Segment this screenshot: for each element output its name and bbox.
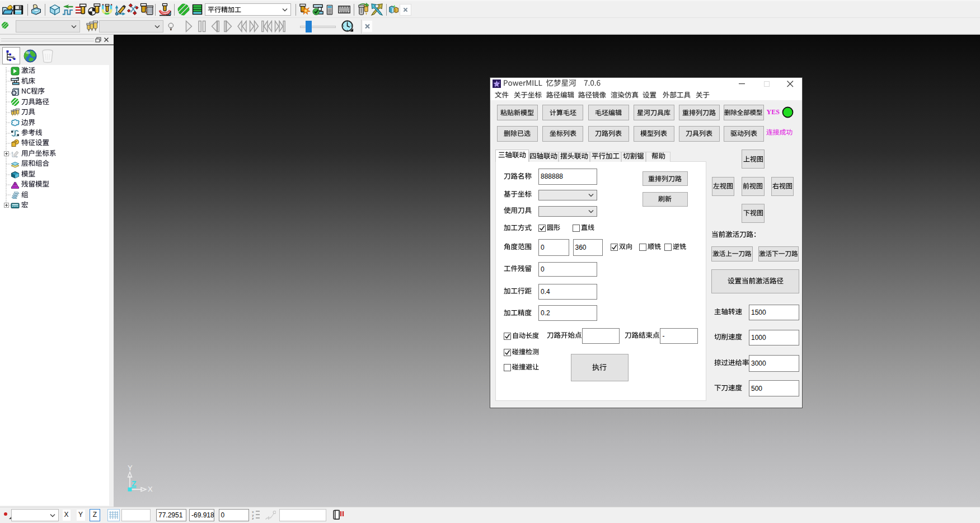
svg-text:Y: Y	[128, 464, 133, 472]
svg-text:z: z	[252, 517, 254, 521]
svg-text:X: X	[148, 485, 153, 493]
svg-text:Z: Z	[132, 479, 137, 488]
